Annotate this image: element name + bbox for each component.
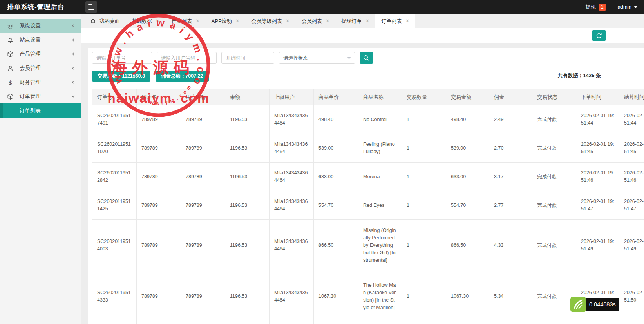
table-cell: 789789 — [181, 163, 225, 191]
table-cell: 3.05 — [489, 322, 532, 324]
table-cell: 633.00 — [314, 163, 358, 191]
table-cell: 789789 — [137, 220, 181, 271]
table-cell: 2026-02-01 19:51:51 — [576, 322, 619, 324]
filter-row: 请选择状态 — [92, 52, 644, 64]
tab-close-icon[interactable]: ✕ — [286, 18, 290, 24]
table-cell: Missing (Originally Performed by Everyth… — [358, 220, 402, 271]
sidebar-item-product[interactable]: 产品管理 — [0, 47, 81, 61]
table-cell: Feeling (Piano Lullaby) — [358, 134, 402, 163]
table-cell: 2026-02-01 19:51:50 — [619, 271, 644, 322]
main-panel: 请选择状态 交易总额：1121560.3 佣金总额：7007.22 共有数据：1… — [88, 48, 644, 324]
table-cell: Mila1343434364464 — [270, 322, 314, 324]
tab-2[interactable]: 产品列表✕ — [166, 14, 206, 28]
withdraw-count-badge: 1 — [599, 4, 606, 11]
table-cell: 789789 — [137, 134, 181, 163]
table-cell: 2.70 — [489, 134, 532, 163]
sidebar-subitem-order-list[interactable]: 订单列表 — [0, 103, 81, 118]
sidebar-item-label: 系统设置 — [20, 22, 41, 29]
sidebar-item-member[interactable]: 会员管理 — [0, 61, 81, 75]
start-time-input[interactable] — [221, 52, 274, 64]
tab-close-icon[interactable]: ✕ — [365, 18, 370, 24]
table-cell: 789789 — [137, 105, 181, 134]
table-cell: Mila1343434364464 — [270, 134, 314, 163]
table-cell: 1196.53 — [225, 105, 270, 134]
tab-5[interactable]: 会员列表✕ — [296, 14, 336, 28]
table-row: SC260201195128427897897897891196.53Mila1… — [92, 163, 644, 191]
table-cell: 4.33 — [489, 220, 532, 271]
admin-user-menu[interactable]: admin — [618, 4, 631, 10]
table-cell: 1196.53 — [225, 134, 270, 163]
table-cell: 2026-02-01 19:51:45 — [576, 134, 619, 163]
column-header: 上级用户 — [270, 89, 314, 105]
tab-label: 基础数据 — [132, 18, 152, 25]
table-cell: 789789 — [137, 191, 181, 220]
refresh-button[interactable] — [592, 30, 606, 41]
table-cell: 2026-02-01 19:51:47 — [619, 191, 644, 220]
table-cell: 完成付款 — [532, 271, 576, 322]
table-row: SC260201195143337897897897891196.53Mila1… — [92, 271, 644, 322]
withdraw-link[interactable]: 提现 — [586, 4, 596, 11]
table-row: SC260201195140037897897897891196.53Mila1… — [92, 220, 644, 271]
table-cell: 2026-02-01 19:51:49 — [619, 220, 644, 271]
table-cell: 633.00 — [446, 163, 489, 191]
status-select[interactable]: 请选择状态 — [279, 52, 355, 64]
tab-1[interactable]: 基础数据✕ — [126, 14, 166, 28]
table-row: SC260201195110707897897897891196.53Mila1… — [92, 134, 644, 163]
order-no-input[interactable] — [92, 52, 152, 64]
hamburger-menu-icon[interactable] — [85, 1, 97, 13]
app-window: 排单系统-管理后台 提现 1 admin 系统设置站点设置产品管理会员管理$财务… — [0, 0, 644, 324]
tab-3[interactable]: APP滚动✕ — [206, 14, 246, 28]
tab-0[interactable]: 我的桌面 — [84, 14, 126, 28]
table-cell: SC26020119511425 — [92, 191, 137, 220]
tab-close-icon[interactable]: ✕ — [405, 18, 409, 24]
thinkphp-logo-icon[interactable] — [570, 297, 586, 312]
table-cell: 498.40 — [314, 105, 358, 134]
table-cell: 完成付款 — [532, 322, 576, 324]
sidebar-item-site[interactable]: 站点设置 — [0, 33, 81, 47]
table-cell: 1 — [402, 271, 446, 322]
sidebar-item-system[interactable]: 系统设置 — [0, 19, 81, 33]
tab-6[interactable]: 提现订单✕ — [336, 14, 376, 28]
tab-close-icon[interactable]: ✕ — [156, 18, 160, 24]
table-cell: 866.50 — [314, 220, 358, 271]
table-cell: 完成付款 — [532, 134, 576, 163]
table-cell: 1196.53 — [225, 191, 270, 220]
table-cell: 2026-02-01 19:51:44 — [576, 105, 619, 134]
table-cell: 2026-02-01 19:51:46 — [619, 163, 644, 191]
table-cell: 789789 — [181, 271, 225, 322]
table-cell: 1196.53 — [225, 271, 270, 322]
table-cell: 完成付款 — [532, 220, 576, 271]
table-cell: 789789 — [181, 105, 225, 134]
tab-label: 我的桌面 — [99, 18, 120, 25]
table-cell: 554.70 — [314, 191, 358, 220]
sidebar-item-finance[interactable]: $财务管理 — [0, 75, 81, 89]
table-cell: 2026-02-01 19:51:45 — [619, 134, 644, 163]
table-cell: 789789 — [181, 134, 225, 163]
tab-close-icon[interactable]: ✕ — [326, 18, 330, 24]
table-cell: SC26020119514003 — [92, 220, 137, 271]
chevron-left-icon — [71, 24, 76, 28]
tab-close-icon[interactable]: ✕ — [195, 18, 200, 24]
commission-total-badge: 佣金总额：7007.22 — [156, 71, 209, 82]
sidebar-item-order[interactable]: 订单管理 — [0, 89, 81, 103]
table-cell: 1196.53 — [225, 163, 270, 191]
column-header: 交易金额 — [446, 89, 489, 105]
column-header: 佣金 — [489, 89, 532, 105]
table-cell: 789789 — [181, 322, 225, 324]
user-no-input[interactable] — [157, 52, 217, 64]
column-header: 订单号 — [92, 89, 137, 105]
tab-4[interactable]: 会员等级列表✕ — [246, 14, 296, 28]
table-cell: 1 — [402, 163, 446, 191]
table-cell: 2.49 — [489, 105, 532, 134]
tab-close-icon[interactable]: ✕ — [235, 18, 240, 24]
table-cell: 789789 — [137, 322, 181, 324]
top-right-area: 提现 1 admin — [586, 0, 638, 14]
column-header: 商品单价 — [314, 89, 358, 105]
tab-label: 会员列表 — [302, 18, 322, 25]
tab-7[interactable]: 订单列表✕ — [375, 14, 415, 28]
table-cell: 610.70 — [446, 322, 489, 324]
table-cell: 1196.53 — [225, 322, 270, 324]
search-button[interactable] — [360, 52, 373, 64]
user-icon — [7, 65, 14, 72]
table-cell: 539.00 — [446, 134, 489, 163]
